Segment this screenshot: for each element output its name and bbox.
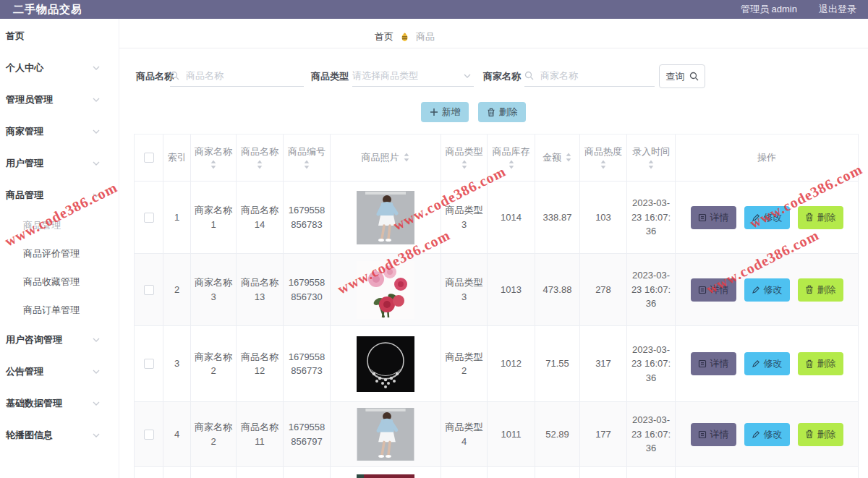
col-index: 索引 [168, 151, 187, 164]
detail-button[interactable]: 详情 [691, 423, 736, 446]
table-header-row: 索引 商家名称 商品名称 商品编号 商品照片 商品类型 商品库存 金额 商品热度… [135, 135, 859, 182]
sidebar: 首页 个人中心 管理员管理 商家管理 用户管理 商品管理 商品管理 商品评价管理… [0, 19, 119, 478]
edit-button[interactable]: 修改 [744, 278, 790, 302]
row-checkbox[interactable] [144, 359, 154, 369]
trash-icon [805, 285, 814, 294]
pencil-icon [752, 213, 760, 222]
chevron-down-icon [93, 193, 100, 197]
sidebar-subitem-product-mgmt[interactable]: 商品管理 [0, 211, 119, 239]
table-row: 2 商家名称3 商品名称13 1679558856730 商品类型3 1013 … [135, 254, 859, 326]
row-delete-button[interactable]: 删除 [798, 423, 843, 446]
sidebar-item-product-mgmt[interactable]: 商品管理 [0, 179, 119, 211]
sidebar-item-merchant-mgmt[interactable]: 商家管理 [0, 116, 119, 148]
search-icon [170, 71, 179, 80]
pencil-icon [752, 430, 760, 439]
document-icon [698, 359, 707, 368]
table-row: 1 商家名称1 商品名称14 1679558856783 商品类型3 1014 … [135, 182, 859, 254]
document-icon [698, 213, 707, 222]
merchant-name-field[interactable] [524, 65, 655, 87]
product-name-field[interactable] [170, 65, 304, 87]
trash-icon [805, 213, 814, 222]
sort-icon [600, 160, 607, 169]
add-button[interactable]: 新增 [421, 102, 469, 122]
document-icon [698, 286, 707, 294]
sort-icon [508, 160, 515, 169]
product-photo [357, 408, 414, 461]
sort-icon [647, 160, 655, 169]
col-stock[interactable]: 商品库存 [493, 146, 530, 170]
bee-icon [400, 33, 409, 42]
col-merchant[interactable]: 商家名称 [195, 146, 232, 170]
app-title: 二手物品交易 [13, 3, 82, 17]
row-checkbox[interactable] [144, 430, 154, 440]
breadcrumb-home[interactable]: 首页 [375, 30, 393, 43]
chevron-down-icon [93, 433, 100, 438]
sidebar-item-home[interactable]: 首页 [0, 20, 119, 52]
product-name-label: 商品名称 [136, 70, 174, 83]
sort-icon [565, 153, 572, 162]
document-icon [698, 430, 707, 439]
product-name-input[interactable] [184, 69, 304, 82]
admin-page: 二手物品交易 管理员 admin 退出登录 首页 个人中心 管理员管理 商家管理… [0, 0, 868, 478]
chevron-down-icon [93, 338, 100, 342]
trash-icon [487, 108, 495, 117]
merchant-name-label: 商家名称 [483, 70, 521, 83]
sidebar-subitem-product-favorite-mgmt[interactable]: 商品收藏管理 [0, 268, 119, 296]
edit-button[interactable]: 修改 [744, 206, 790, 229]
delete-button[interactable]: 删除 [478, 102, 526, 122]
chevron-down-icon [464, 74, 471, 78]
chevron-down-icon [93, 161, 100, 166]
sidebar-item-personal-center[interactable]: 个人中心 [0, 52, 119, 84]
chevron-down-icon [93, 66, 100, 70]
detail-button[interactable]: 详情 [691, 278, 736, 302]
col-amount[interactable]: 金额 [542, 152, 572, 164]
row-delete-button[interactable]: 删除 [798, 278, 843, 302]
query-button[interactable]: 查询 [659, 64, 705, 88]
merchant-name-input[interactable] [539, 69, 655, 82]
sidebar-subitem-product-order-mgmt[interactable]: 商品订单管理 [0, 296, 119, 324]
detail-button[interactable]: 详情 [691, 206, 736, 229]
col-type[interactable]: 商品类型 [446, 146, 483, 170]
col-heat[interactable]: 商品热度 [584, 146, 622, 170]
sort-icon [256, 160, 263, 169]
sidebar-item-user-mgmt[interactable]: 用户管理 [0, 148, 119, 179]
edit-button[interactable]: 修改 [744, 423, 790, 446]
search-icon [689, 72, 699, 81]
product-type-label: 商品类型 [311, 70, 349, 83]
breadcrumb: 首页 商品 [375, 30, 435, 43]
col-name[interactable]: 商品名称 [241, 146, 278, 170]
chevron-down-icon [93, 98, 100, 102]
sort-icon [403, 153, 410, 162]
row-checkbox[interactable] [144, 213, 154, 223]
col-photo[interactable]: 商品照片 [362, 152, 410, 164]
table-row: 3 商家名称2 商品名称12 1679558856773 商品类型2 1012 … [135, 326, 859, 402]
sidebar-item-carousel-info[interactable]: 轮播图信息 [0, 419, 119, 451]
sort-icon [461, 160, 468, 169]
row-delete-button[interactable]: 删除 [798, 206, 843, 229]
col-number[interactable]: 商品编号 [288, 146, 326, 170]
product-photo [357, 336, 414, 392]
app-header: 二手物品交易 管理员 admin 退出登录 [0, 0, 868, 19]
user-info: 管理员 admin [741, 3, 797, 16]
chevron-down-icon [93, 401, 100, 406]
product-type-select[interactable]: 请选择商品类型 [352, 65, 474, 87]
col-actions: 操作 [757, 151, 776, 164]
sidebar-item-admin-mgmt[interactable]: 管理员管理 [0, 84, 119, 116]
row-checkbox[interactable] [144, 285, 154, 295]
trash-icon [805, 359, 814, 369]
detail-button[interactable]: 详情 [691, 352, 736, 375]
sidebar-item-base-data-mgmt[interactable]: 基础数据管理 [0, 388, 119, 419]
sort-icon [303, 160, 310, 169]
sidebar-subitem-product-review-mgmt[interactable]: 商品评价管理 [0, 239, 119, 268]
product-photo [357, 191, 414, 244]
edit-button[interactable]: 修改 [744, 352, 790, 375]
select-all-checkbox[interactable] [144, 153, 154, 163]
product-photo [357, 261, 414, 319]
col-time[interactable]: 录入时间 [632, 146, 670, 170]
pencil-icon [752, 359, 760, 368]
chevron-down-icon [93, 129, 100, 134]
sidebar-item-user-inquiry-mgmt[interactable]: 用户咨询管理 [0, 324, 119, 356]
row-delete-button[interactable]: 删除 [798, 352, 843, 375]
sidebar-item-notice-mgmt[interactable]: 公告管理 [0, 356, 119, 388]
logout-button[interactable]: 退出登录 [819, 3, 856, 16]
